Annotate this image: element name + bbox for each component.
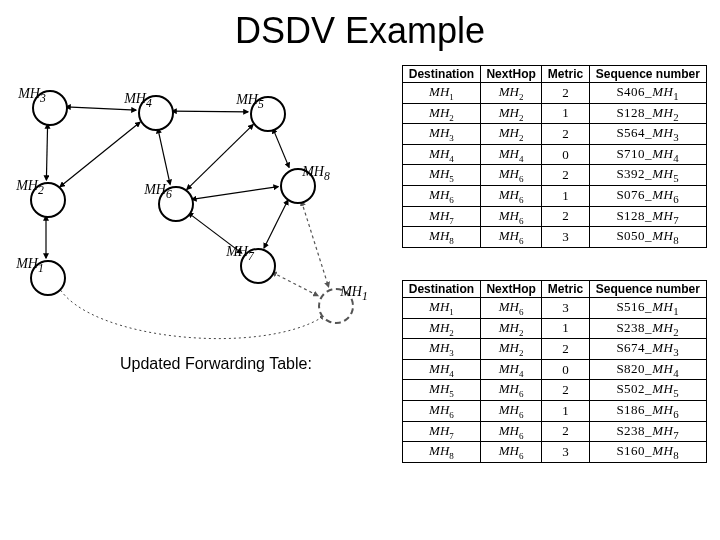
graph-edge (158, 129, 170, 185)
node-MH5: MH5 (250, 96, 286, 132)
seqnum-cell: S674_MH3 (589, 339, 706, 360)
seqnum-cell: S076_MH6 (589, 185, 706, 206)
metric-cell: 3 (542, 227, 589, 248)
graph-edge (187, 125, 253, 190)
metric-cell: 1 (542, 400, 589, 421)
dest-cell: MH6 (403, 400, 481, 421)
table-row: MH8MH63S160_MH8 (403, 442, 707, 463)
node-MH7: MH7 (240, 248, 276, 284)
nexthop-cell: MH6 (480, 298, 542, 319)
table-row: MH1MH63S516_MH1 (403, 298, 707, 319)
table-row: MH3MH22S674_MH3 (403, 339, 707, 360)
forwarding-table-updated: DestinationNextHopMetricSequence number … (402, 280, 707, 463)
graph-edge (192, 187, 278, 200)
seqnum-cell: S820_MH4 (589, 359, 706, 380)
nexthop-cell: MH6 (480, 442, 542, 463)
metric-cell: 0 (542, 144, 589, 165)
dest-cell: MH3 (403, 339, 481, 360)
nexthop-cell: MH2 (480, 318, 542, 339)
table-row: MH6MH61S076_MH6 (403, 185, 707, 206)
table-column-header: Metric (542, 281, 589, 298)
table-column-header: NextHop (480, 66, 542, 83)
metric-cell: 2 (542, 165, 589, 186)
metric-cell: 2 (542, 380, 589, 401)
table-row: MH4MH40S710_MH4 (403, 144, 707, 165)
node-MH2: MH2 (30, 182, 66, 218)
seqnum-cell: S160_MH8 (589, 442, 706, 463)
dest-cell: MH1 (403, 83, 481, 104)
graph-edge (272, 272, 318, 296)
nexthop-cell: MH6 (480, 185, 542, 206)
network-graph: MH3MH4MH5MH2MH6MH8MH1MH7MH1 (18, 60, 378, 340)
node-label: MH1 (16, 256, 44, 275)
nexthop-cell: MH4 (480, 359, 542, 380)
seqnum-cell: S406_MH1 (589, 83, 706, 104)
node-MH1b: MH1 (318, 288, 354, 324)
page-title: DSDV Example (0, 10, 720, 52)
node-MH8: MH8 (280, 168, 316, 204)
metric-cell: 2 (542, 421, 589, 442)
metric-cell: 1 (542, 185, 589, 206)
table-row: MH7MH62S238_MH7 (403, 421, 707, 442)
node-label: MH6 (144, 182, 172, 201)
seqnum-cell: S050_MH8 (589, 227, 706, 248)
table-row: MH8MH63S050_MH8 (403, 227, 707, 248)
nexthop-cell: MH6 (480, 421, 542, 442)
table-column-header: Sequence number (589, 281, 706, 298)
seqnum-cell: S710_MH4 (589, 144, 706, 165)
dest-cell: MH1 (403, 298, 481, 319)
nexthop-cell: MH2 (480, 83, 542, 104)
graph-edge (60, 122, 140, 186)
nexthop-cell: MH6 (480, 400, 542, 421)
graph-edge (301, 201, 328, 287)
node-label: MH7 (226, 244, 254, 263)
dest-cell: MH8 (403, 227, 481, 248)
node-label: MH3 (18, 86, 46, 105)
graph-edge (46, 124, 47, 180)
table-row: MH2MH21S128_MH2 (403, 103, 707, 124)
node-MH3: MH3 (32, 90, 68, 126)
dest-cell: MH6 (403, 185, 481, 206)
seqnum-cell: S186_MH6 (589, 400, 706, 421)
table-row: MH1MH22S406_MH1 (403, 83, 707, 104)
metric-cell: 2 (542, 124, 589, 145)
nexthop-cell: MH6 (480, 380, 542, 401)
metric-cell: 1 (542, 318, 589, 339)
seqnum-cell: S516_MH1 (589, 298, 706, 319)
table-row: MH5MH62S392_MH5 (403, 165, 707, 186)
node-label: MH1 (340, 284, 368, 303)
nexthop-cell: MH4 (480, 144, 542, 165)
seqnum-cell: S392_MH5 (589, 165, 706, 186)
dest-cell: MH7 (403, 421, 481, 442)
dest-cell: MH4 (403, 359, 481, 380)
metric-cell: 3 (542, 442, 589, 463)
dest-cell: MH3 (403, 124, 481, 145)
metric-cell: 1 (542, 103, 589, 124)
seqnum-cell: S564_MH3 (589, 124, 706, 145)
table-row: MH3MH22S564_MH3 (403, 124, 707, 145)
nexthop-cell: MH6 (480, 206, 542, 227)
metric-cell: 2 (542, 83, 589, 104)
updated-forwarding-table-caption: Updated Forwarding Table: (120, 355, 312, 373)
node-MH6: MH6 (158, 186, 194, 222)
metric-cell: 3 (542, 298, 589, 319)
graph-movement-arc (58, 286, 324, 339)
table-row: MH4MH40S820_MH4 (403, 359, 707, 380)
table-column-header: Destination (403, 281, 481, 298)
table-column-header: Destination (403, 66, 481, 83)
node-MH4: MH4 (138, 95, 174, 131)
table-row: MH7MH62S128_MH7 (403, 206, 707, 227)
nexthop-cell: MH2 (480, 124, 542, 145)
dest-cell: MH2 (403, 318, 481, 339)
graph-edge (172, 111, 248, 112)
node-label: MH5 (236, 92, 264, 111)
graph-edge (264, 200, 288, 248)
table-column-header: Metric (542, 66, 589, 83)
nexthop-cell: MH6 (480, 165, 542, 186)
dest-cell: MH5 (403, 380, 481, 401)
nexthop-cell: MH6 (480, 227, 542, 248)
table-column-header: Sequence number (589, 66, 706, 83)
node-label: MH4 (124, 91, 152, 110)
dest-cell: MH4 (403, 144, 481, 165)
dest-cell: MH7 (403, 206, 481, 227)
